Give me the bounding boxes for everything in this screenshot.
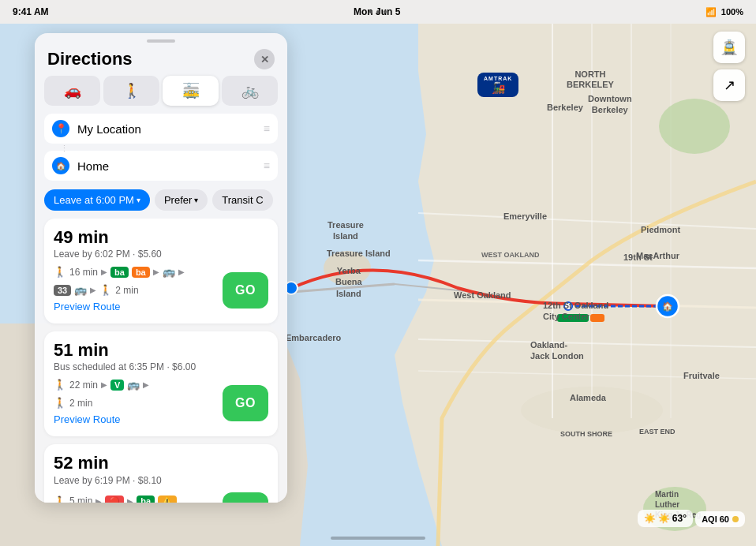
badge-green-2: ba bbox=[137, 496, 155, 503]
walk-icon-4: 🚶 bbox=[54, 397, 66, 409]
waypoints: 📍 My Location ≡ ⋮ 🏠 Home ≡ bbox=[35, 114, 287, 189]
badge-warn: ⚠️ bbox=[158, 496, 177, 503]
badge-v: V bbox=[110, 380, 124, 391]
dest-waypoint[interactable]: 🏠 Home ≡ bbox=[44, 151, 278, 181]
status-right-icons: 📶 100% bbox=[705, 7, 743, 17]
arrow-icon-4: ▶ bbox=[90, 286, 96, 294]
dots-indicator bbox=[369, 0, 387, 24]
route-card-1: 49 min Leave by 6:02 PM · $5.60 🚶 16 min… bbox=[44, 219, 278, 323]
dest-label: Home bbox=[77, 159, 256, 173]
badge-red: 🔴 bbox=[105, 496, 124, 503]
panel-title: Directions bbox=[47, 49, 133, 69]
arrow-icon-5: ▶ bbox=[101, 380, 107, 389]
bart-badge-1b: ba bbox=[132, 267, 150, 278]
go-btn-3[interactable]: GO bbox=[223, 492, 268, 503]
prefer-btn[interactable]: Prefer ▾ bbox=[155, 189, 208, 211]
arrow-icon-8: ▶ bbox=[127, 497, 133, 503]
map-controls: 🚊 ↗ bbox=[713, 32, 745, 101]
tab-walk[interactable]: 🚶 bbox=[103, 76, 159, 106]
route1-steps: 🚶 16 min ▶ ba ba ▶ 🚌 ▶ bbox=[54, 266, 223, 278]
arrow-icon-7: ▶ bbox=[95, 497, 102, 503]
go-btn-1[interactable]: GO bbox=[223, 272, 268, 309]
badge-33: 33 bbox=[54, 285, 71, 296]
label-embarcadero: Embarcadero bbox=[286, 333, 341, 342]
label-east-end: EAST END bbox=[639, 428, 676, 436]
leave-time-btn[interactable]: Leave at 6:00 PM ▾ bbox=[44, 189, 150, 211]
label-alameda: Alameda bbox=[570, 393, 606, 402]
route1-walk-time: 16 min bbox=[69, 267, 98, 278]
aqi-label: AQI 60 bbox=[702, 514, 729, 524]
origin-drag-handle: ≡ bbox=[264, 122, 270, 135]
directions-panel: Directions ✕ 🚗 🚶 🚋 🚲 📍 My Location ≡ ⋮ 🏠… bbox=[35, 33, 287, 503]
walk-icon: 🚶 bbox=[54, 266, 66, 278]
label-treasure-island: TreasureIsland bbox=[327, 219, 364, 242]
routes-container: 49 min Leave by 6:02 PM · $5.60 🚶 16 min… bbox=[35, 219, 287, 503]
label-piedmont: Piedmont bbox=[641, 225, 680, 234]
status-bar: 9:41 AM Mon Jun 5 📶 100% bbox=[0, 0, 756, 24]
sun-icon: ☀️ bbox=[644, 513, 656, 524]
route2-walk2: 2 min bbox=[69, 398, 92, 409]
label-12th-st: 12th St OaklandCity Center bbox=[543, 300, 608, 323]
aqi-badge: AQI 60 bbox=[695, 511, 745, 527]
status-time: 9:41 AM bbox=[13, 6, 49, 17]
preview-route-2-btn[interactable]: Preview Route bbox=[54, 412, 121, 427]
tab-drive[interactable]: 🚗 bbox=[44, 76, 100, 106]
preview-route-1-btn[interactable]: Preview Route bbox=[54, 299, 121, 314]
origin-waypoint[interactable]: 📍 My Location ≡ bbox=[44, 114, 278, 144]
go-btn-2[interactable]: GO bbox=[223, 385, 268, 421]
origin-icon: 📍 bbox=[52, 120, 69, 137]
arrow-icon: ▶ bbox=[101, 267, 107, 276]
walk-icon-5: 🚶 bbox=[54, 496, 66, 503]
location-control-btn[interactable]: ↗ bbox=[713, 69, 745, 101]
amtrak-badge: AMTRAK 🚂 bbox=[477, 73, 518, 97]
route3-steps: 🚶 5 min ▶ 🔴 ▶ ba ⚠️ bbox=[54, 496, 223, 503]
label-fruitvale: Fruitvale bbox=[683, 371, 720, 380]
route-card-3: 52 min Leave by 6:19 PM · $8.10 🚶 5 min … bbox=[44, 444, 278, 503]
wifi-icon: 📶 bbox=[705, 7, 717, 17]
transport-tabs: 🚗 🚶 🚋 🚲 bbox=[35, 76, 287, 114]
temperature-value: ☀️ 63° bbox=[658, 513, 687, 524]
drag-handle bbox=[147, 39, 175, 43]
prefer-chevron-icon: ▾ bbox=[194, 196, 198, 204]
bus-icon-2: 🚌 bbox=[74, 284, 87, 296]
filter-bar: Leave at 6:00 PM ▾ Prefer ▾ Transit C bbox=[35, 189, 287, 219]
route1-details: Leave by 6:02 PM · $5.60 bbox=[54, 249, 268, 260]
label-downtown-berkeley: DowntownBerkeley bbox=[588, 93, 632, 116]
route3-details: Leave by 6:19 PM · $8.10 bbox=[54, 475, 268, 486]
label-treasure-island2: Treasure Island bbox=[327, 249, 391, 258]
origin-label: My Location bbox=[77, 122, 256, 136]
route-card-2: 51 min Bus scheduled at 6:35 PM · $6.00 … bbox=[44, 331, 278, 436]
route2-row: 🚶 22 min ▶ V 🚌 ▶ 🚶 2 min Preview Route G… bbox=[54, 379, 268, 427]
tab-bike[interactable]: 🚲 bbox=[222, 76, 278, 106]
route3-walk-time: 5 min bbox=[69, 496, 92, 503]
label-west-oakland: West Oakland bbox=[454, 290, 511, 300]
route1-steps2: 33 🚌 ▶ 🚶 2 min bbox=[54, 284, 223, 296]
label-north-berkeley: NORTHBERKELEY bbox=[567, 69, 614, 90]
temperature-badge: ☀️ ☀️ 63° bbox=[638, 510, 693, 527]
aqi-dot bbox=[732, 516, 739, 522]
dest-drag-handle: ≡ bbox=[264, 159, 270, 172]
transit-control-btn[interactable]: 🚊 bbox=[713, 32, 745, 63]
home-indicator bbox=[331, 537, 425, 540]
route2-walk-time: 22 min bbox=[69, 380, 98, 391]
walk-icon-2: 🚶 bbox=[99, 284, 112, 296]
route1-row: 🚶 16 min ▶ ba ba ▶ 🚌 ▶ 33 🚌 ▶ 🚶 bbox=[54, 266, 268, 314]
route2-steps: 🚶 22 min ▶ V 🚌 ▶ bbox=[54, 379, 223, 391]
tab-transit[interactable]: 🚋 bbox=[163, 76, 219, 106]
route2-details: Bus scheduled at 6:35 PM · $6.00 bbox=[54, 361, 268, 372]
arrow-icon-3: ▶ bbox=[178, 267, 185, 276]
panel-header: Directions ✕ bbox=[35, 46, 287, 76]
label-yerba-buena: YerbaBuenaIsland bbox=[335, 265, 362, 299]
bus-icon-3: 🚌 bbox=[127, 379, 140, 391]
arrow-icon-2: ▶ bbox=[153, 267, 159, 276]
route3-time: 52 min bbox=[54, 454, 268, 473]
route2-time: 51 min bbox=[54, 341, 268, 360]
close-button[interactable]: ✕ bbox=[254, 49, 275, 69]
svg-point-16 bbox=[659, 99, 730, 154]
transit-options-btn[interactable]: Transit C bbox=[212, 189, 272, 211]
route3-row: 🚶 5 min ▶ 🔴 ▶ ba ⚠️ 🚌 ▶ 33 🚌 ▶ bbox=[54, 492, 268, 503]
label-oakland-jack: Oakland-Jack London bbox=[530, 339, 584, 362]
dest-icon: 🏠 bbox=[52, 157, 69, 174]
battery-icon: 100% bbox=[721, 7, 743, 17]
bus-icon-1: 🚌 bbox=[163, 266, 175, 278]
